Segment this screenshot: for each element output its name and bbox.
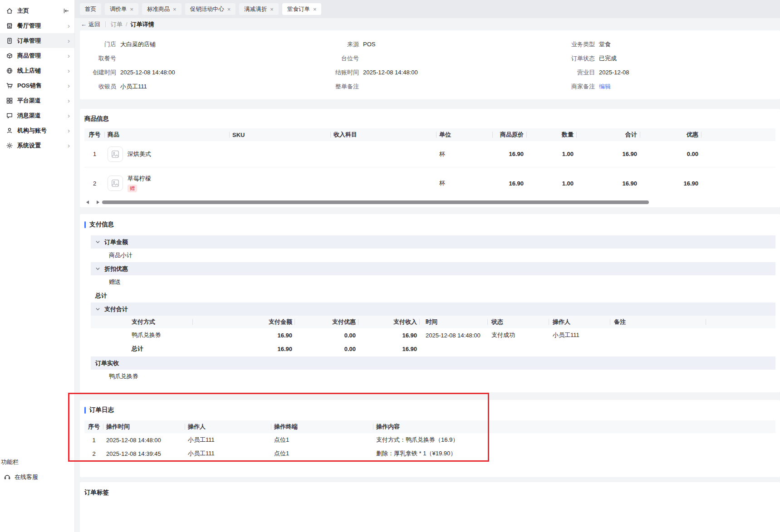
product-icon (6, 52, 13, 59)
headset-icon (4, 473, 11, 481)
tab-label: 满减满折 (244, 5, 267, 13)
col-discount: 优惠 (640, 131, 702, 139)
field-order-remark: 整单备注 (323, 79, 559, 93)
payment-info-card: 支付信息 订单金额 商品小计 折扣优惠 赠送 (80, 214, 780, 392)
sidebar-item-online-store[interactable]: 线上店铺 › (0, 63, 74, 78)
log-table-header: 序号 操作时间 操作人 操作终端 操作内容 (84, 420, 775, 433)
field-create-time: 创建时间2025-12-08 14:48:00 (80, 65, 323, 79)
group-order-amount[interactable]: 订单金额 (91, 235, 775, 249)
order-icon (6, 37, 13, 44)
col-unit: 单位 (437, 131, 493, 139)
order-info-card: 门店大白菜的店铺 来源POS 业务类型堂食 取餐号 台位号 订单状态已完成 创建… (80, 30, 780, 99)
sidebar-item-platform-channels[interactable]: 平台渠道 › (0, 93, 74, 108)
breadcrumb-separator: / (126, 21, 128, 28)
tab-promotion-center[interactable]: 促销活动中心 × (185, 3, 236, 15)
restaurant-icon (6, 22, 13, 29)
scrollbar-thumb[interactable] (102, 200, 649, 204)
sidebar-item-label: 消息渠道 (17, 112, 64, 120)
back-button[interactable]: ← 返回 (81, 20, 100, 29)
section-title-payment: 支付信息 (84, 220, 775, 229)
product-name: 深烘美式 (128, 150, 151, 158)
close-icon[interactable]: × (227, 6, 231, 12)
col-price: 商品原价 (493, 131, 527, 139)
row-grand-total: 总计 (91, 289, 775, 303)
product-name: 草莓柠檬 (128, 175, 151, 183)
row-actual-method: 鸭爪兑换券 (91, 370, 775, 383)
horizontal-scrollbar (84, 200, 775, 205)
scrollbar-track[interactable] (102, 200, 775, 205)
tab-bar: 首页 调价单 × 标准商品 × 促销活动中心 × 满减满折 × 堂食订单 × (75, 0, 780, 18)
sidebar-item-pos-sales[interactable]: POS销售 › (0, 78, 74, 93)
scroll-left-icon[interactable] (86, 200, 89, 204)
chevron-right-icon: › (68, 82, 70, 89)
scroll-right-icon[interactable] (97, 200, 99, 204)
edit-link[interactable]: 编辑 (599, 83, 611, 91)
tab-label: 堂食订单 (287, 5, 310, 13)
tab-dine-in-order[interactable]: 堂食订单 × (282, 3, 322, 15)
chevron-right-icon: › (68, 127, 70, 134)
field-business-day: 营业日2025-12-08 (559, 65, 780, 79)
col-pay-income: 支付收入 (358, 318, 420, 326)
col-income: 收入科目 (331, 131, 437, 139)
app-root: 主页 餐厅管理 › 订单管理 › 商品管理 › 线上店铺 › POS销售 › (0, 0, 780, 532)
breadcrumb-parent[interactable]: 订单 (111, 20, 123, 29)
tab-price-adjustment[interactable]: 调价单 × (105, 3, 138, 15)
sidebar-item-orders[interactable]: 订单管理 › (0, 33, 74, 48)
tab-home[interactable]: 首页 (80, 3, 101, 15)
field-source: 来源POS (323, 37, 559, 51)
sidebar-item-org-accounts[interactable]: 机构与账号 › (0, 123, 74, 138)
payment-table-header: 支付方式 支付金额 支付优惠 支付收入 时间 状态 操作人 备注 (91, 316, 775, 328)
cart-icon (6, 82, 13, 89)
col-log-content: 操作内容 (373, 423, 775, 431)
row-subtotal: 商品小计 (91, 249, 775, 262)
chevron-down-icon (95, 266, 100, 271)
sidebar-item-function-bar[interactable]: 功能栏 (0, 454, 74, 469)
sidebar-item-online-service[interactable]: 在线客服 (0, 469, 74, 484)
breadcrumb-divider (105, 21, 106, 27)
product-row: 2 草莓柠檬 赠 杯 16.90 1.00 (84, 167, 775, 199)
col-pay-method: 支付方式 (91, 318, 193, 326)
col-qty: 数量 (527, 131, 577, 139)
close-icon[interactable]: × (130, 6, 134, 12)
col-log-index: 序号 (84, 423, 103, 431)
online-service-label: 在线客服 (15, 473, 38, 481)
col-index: 序号 (84, 131, 105, 139)
title-accent-bar (84, 407, 86, 414)
payment-total-row: 总计 16.90 0.00 16.90 (91, 342, 775, 356)
field-business-type: 业务类型堂食 (559, 37, 780, 51)
log-row: 1 2025-12-08 14:48:00 小员工111 点位1 支付方式：鸭爪… (84, 433, 775, 447)
sidebar-item-label: 机构与账号 (17, 127, 64, 135)
col-log-operator: 操作人 (185, 423, 271, 431)
section-title-tags: 订单标签 (84, 488, 775, 497)
col-pay-amount: 支付金额 (193, 318, 295, 326)
group-discount[interactable]: 折扣优惠 (91, 262, 775, 275)
close-icon[interactable]: × (270, 6, 274, 12)
payment-row: 鸭爪兑换券 16.90 0.00 16.90 2025-12-08 14:48:… (91, 328, 775, 342)
close-icon[interactable]: × (173, 6, 177, 12)
sidebar-item-label: 订单管理 (17, 37, 64, 45)
sidebar-item-home[interactable]: 主页 (0, 3, 74, 18)
sidebar-item-message-channels[interactable]: 消息渠道 › (0, 108, 74, 123)
col-sku: SKU (230, 132, 331, 138)
collapse-sidebar-icon[interactable] (63, 7, 70, 15)
col-pay-remark: 备注 (610, 318, 706, 326)
tab-label: 调价单 (110, 5, 127, 13)
group-actual-received: 订单实收 (91, 356, 775, 370)
order-log-card: 订单日志 序号 操作时间 操作人 操作终端 操作内容 1 2025-12-08 … (80, 400, 780, 477)
sidebar-item-settings[interactable]: 系统设置 › (0, 138, 74, 153)
field-order-status: 订单状态已完成 (559, 51, 780, 65)
field-merchant-remark: 商家备注编辑 (559, 79, 780, 93)
breadcrumb: ← 返回 订单 / 订单详情 (75, 18, 780, 30)
close-icon[interactable]: × (313, 6, 317, 12)
sidebar-item-label: POS销售 (17, 82, 64, 90)
tab-standard-products[interactable]: 标准商品 × (142, 3, 182, 15)
col-pay-time: 时间 (420, 318, 488, 326)
group-payment-total[interactable]: 支付合计 (91, 303, 775, 316)
sidebar-item-restaurant[interactable]: 餐厅管理 › (0, 18, 74, 33)
section-title-products: 商品信息 (84, 115, 775, 123)
function-bar-label: 功能栏 (1, 458, 19, 466)
sidebar-item-products[interactable]: 商品管理 › (0, 48, 74, 63)
tab-full-discount[interactable]: 满减满折 × (239, 3, 279, 15)
col-total: 合计 (577, 131, 640, 139)
sidebar-item-label: 主页 (17, 7, 59, 15)
